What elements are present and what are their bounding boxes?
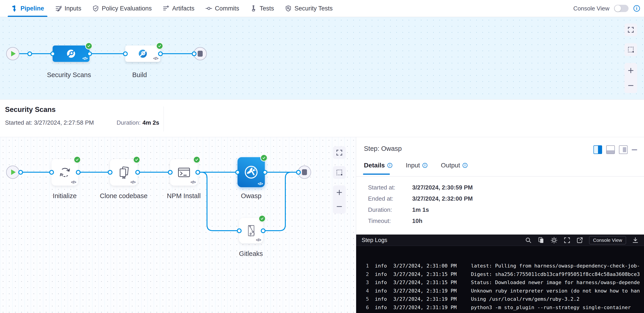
info-icon[interactable] bbox=[387, 163, 392, 168]
tab-tests[interactable]: Tests bbox=[244, 0, 280, 17]
toggle-knob bbox=[614, 5, 621, 11]
play-icon bbox=[11, 51, 16, 56]
step-label[interactable]: Gitleaks bbox=[228, 250, 274, 258]
open-in-new-icon[interactable] bbox=[576, 237, 583, 244]
step-logs-body[interactable]: 1info3/27/2024, 2:31:00 PMlatest: Pullin… bbox=[356, 246, 644, 312]
log-message: Digest: sha256:7755011cdb13caf9f95051f8c… bbox=[471, 270, 640, 279]
step-node-npm-install[interactable]: </> bbox=[170, 159, 198, 186]
minimize-panel-icon[interactable] bbox=[632, 149, 637, 150]
owasp-icon bbox=[244, 165, 259, 180]
gitleaks-icon bbox=[245, 225, 257, 237]
tab-pipeline[interactable]: Pipeline bbox=[6, 0, 50, 17]
stage-graph-canvas[interactable]: </> </> Security Scans Build bbox=[0, 17, 644, 99]
tab-security-tests[interactable]: Security Tests bbox=[280, 0, 338, 17]
log-level: info bbox=[375, 270, 387, 279]
log-line-number: 1 bbox=[362, 262, 369, 270]
template-code-icon: </> bbox=[82, 56, 87, 61]
port bbox=[87, 51, 92, 56]
tab-label: Input bbox=[406, 162, 420, 169]
template-code-icon: </> bbox=[256, 238, 261, 243]
view-bottom-panel-icon[interactable] bbox=[606, 145, 615, 154]
policy-evaluations-icon bbox=[92, 5, 99, 12]
canvas-select-button[interactable] bbox=[624, 43, 637, 56]
log-level: info bbox=[375, 287, 387, 295]
field-row: Timeout: 10h bbox=[368, 218, 473, 224]
info-icon[interactable] bbox=[462, 163, 468, 168]
log-line-number: 2 bbox=[362, 270, 369, 279]
build-stage-icon bbox=[137, 48, 148, 59]
port bbox=[49, 170, 54, 175]
stage-label[interactable]: Security Scans bbox=[35, 71, 103, 79]
log-message: Using /usr/local/rvm/gems/ruby-3.2.2 bbox=[471, 295, 580, 304]
stage-info-title: Security Scans bbox=[5, 106, 56, 114]
log-line: 3info3/27/2024, 2:31:15 PMStatus: Downlo… bbox=[356, 279, 644, 287]
log-timestamp: 3/27/2024, 2:31:19 PM bbox=[393, 295, 460, 304]
step-details-panel: Step: Owasp Details Input Output bbox=[356, 137, 644, 313]
tab-label: Commits bbox=[215, 5, 239, 12]
active-tab-underline bbox=[363, 174, 390, 175]
tab-artifacts[interactable]: Artifacts bbox=[157, 0, 200, 17]
step-label[interactable]: Clone codebase bbox=[95, 192, 152, 200]
template-code-icon: </> bbox=[130, 180, 135, 185]
console-view-button[interactable]: Console View bbox=[589, 236, 626, 244]
step-node-gitleaks[interactable]: </> bbox=[239, 218, 263, 243]
pipeline-execution-page: Pipeline Inputs Policy Evaluations Artif… bbox=[0, 0, 644, 313]
port bbox=[192, 51, 196, 56]
zoom-in-button[interactable] bbox=[628, 67, 634, 74]
step-node-initialize[interactable]: </> bbox=[52, 159, 78, 186]
stage-start-node[interactable] bbox=[6, 166, 19, 179]
tab-details[interactable]: Details bbox=[364, 162, 392, 169]
info-icon[interactable] bbox=[633, 5, 640, 12]
field-row: Ended at: 3/27/2024, 2:32:00 PM bbox=[368, 195, 473, 202]
tab-label: Policy Evaluations bbox=[102, 5, 152, 12]
step-label[interactable]: NPM Install bbox=[161, 192, 206, 200]
port bbox=[261, 228, 266, 233]
stage-node-security-scans[interactable]: </> bbox=[52, 45, 90, 62]
zoom-in-button[interactable] bbox=[336, 189, 343, 196]
port bbox=[108, 170, 112, 175]
tab-inputs[interactable]: Inputs bbox=[50, 0, 87, 17]
fullscreen-icon[interactable] bbox=[564, 237, 570, 244]
template-code-icon: </> bbox=[71, 180, 76, 185]
success-badge bbox=[260, 154, 268, 162]
view-floating-panel-icon[interactable] bbox=[619, 145, 628, 154]
log-line-number: 4 bbox=[362, 287, 369, 295]
step-label[interactable]: Initialize bbox=[42, 192, 88, 200]
port bbox=[76, 170, 80, 175]
step-graph-canvas[interactable]: </> </> </> bbox=[0, 137, 356, 313]
field-row: Started at: 3/27/2024, 2:30:59 PM bbox=[368, 184, 473, 191]
view-right-panel-icon[interactable] bbox=[594, 145, 602, 154]
tab-commits[interactable]: Commits bbox=[200, 0, 245, 17]
zoom-out-button[interactable] bbox=[336, 203, 343, 210]
step-label[interactable]: Owasp bbox=[228, 192, 274, 200]
success-badge bbox=[156, 42, 163, 50]
canvas-fullscreen-button[interactable] bbox=[624, 23, 637, 36]
console-view-toggle[interactable] bbox=[614, 5, 628, 12]
settings-gear-icon[interactable] bbox=[550, 237, 558, 244]
top-nav: Pipeline Inputs Policy Evaluations Artif… bbox=[0, 0, 644, 17]
pipeline-start-node[interactable] bbox=[6, 47, 19, 60]
step-node-clone-codebase[interactable]: </> bbox=[110, 159, 138, 186]
tab-label: Inputs bbox=[65, 5, 82, 12]
log-message: latest: Pulling from harness/owasp-depen… bbox=[471, 262, 640, 270]
canvas-select-button[interactable] bbox=[333, 166, 346, 179]
nav-tabs: Pipeline Inputs Policy Evaluations Artif… bbox=[0, 0, 338, 17]
log-timestamp: 3/27/2024, 2:31:19 PM bbox=[393, 304, 460, 312]
stage-label[interactable]: Build bbox=[117, 71, 162, 79]
info-icon[interactable] bbox=[422, 163, 428, 168]
canvas-fullscreen-button[interactable] bbox=[333, 146, 346, 159]
tab-output[interactable]: Output bbox=[441, 162, 468, 169]
search-icon[interactable] bbox=[525, 237, 532, 244]
tab-input[interactable]: Input bbox=[406, 162, 428, 169]
step-node-owasp[interactable]: </> bbox=[238, 157, 265, 187]
log-line-number: 6 bbox=[362, 304, 369, 312]
success-badge bbox=[133, 156, 140, 163]
artifacts-icon bbox=[162, 5, 170, 12]
download-icon[interactable] bbox=[632, 237, 639, 244]
tab-policy-evaluations[interactable]: Policy Evaluations bbox=[87, 0, 157, 17]
zoom-out-button[interactable] bbox=[628, 82, 634, 89]
stage-node-build[interactable]: </> bbox=[125, 45, 160, 62]
step-logs-title: Step Logs bbox=[362, 237, 387, 243]
step-logs-header: Step Logs Console View bbox=[356, 235, 644, 246]
copy-icon[interactable] bbox=[538, 237, 544, 244]
